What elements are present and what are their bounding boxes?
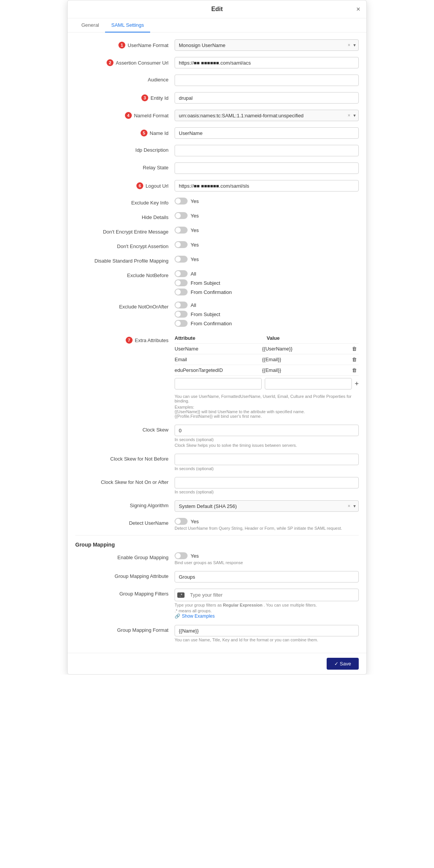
- name-id-row: 5 Name Id: [75, 124, 359, 142]
- idp-description-label: Idp Description: [75, 145, 175, 153]
- group-mapping-filters-row: Group Mapping Filters .* Type your group…: [75, 586, 359, 622]
- entity-id-label: 3 Entity Id: [75, 92, 175, 101]
- badge-6: 6: [136, 182, 143, 189]
- delete-attr-3-button[interactable]: 🗑: [350, 367, 359, 373]
- nameid-format-label: 4 NameId Format: [75, 110, 175, 119]
- group-mapping-format-input[interactable]: [175, 625, 359, 636]
- nameid-format-clear[interactable]: ×: [348, 113, 350, 118]
- exclude-key-info-toggle[interactable]: [175, 198, 188, 204]
- disable-standard-profile-label: Disable Standard Profile Mapping: [75, 256, 175, 264]
- signing-algorithm-select-wrap[interactable]: System Default (SHA 256) ×: [175, 500, 359, 512]
- group-mapping-attribute-input[interactable]: [175, 571, 359, 582]
- nameid-format-row: 4 NameId Format urn:oasis:names:tc:SAML:…: [75, 107, 359, 124]
- dont-encrypt-assertion-label: Don't Encrypt Assertion: [75, 241, 175, 249]
- nameid-format-select-wrap[interactable]: urn:oasis:names:tc:SAML:1.1:nameid-forma…: [175, 110, 359, 121]
- modal-footer: ✓ Save: [68, 653, 366, 674]
- signing-algorithm-clear[interactable]: ×: [348, 503, 350, 509]
- edit-modal: Edit × General SAML Settings 1 UserName …: [67, 0, 367, 675]
- clock-skew-not-on-or-after-input[interactable]: [175, 477, 359, 488]
- new-value-input[interactable]: [265, 378, 352, 389]
- signing-algorithm-select[interactable]: System Default (SHA 256): [175, 500, 359, 512]
- exclude-notonorafter-all-toggle[interactable]: [175, 302, 188, 308]
- enable-group-mapping-label: Enable Group Mapping: [75, 552, 175, 560]
- dont-encrypt-assertion-toggle[interactable]: [175, 241, 188, 248]
- idp-description-input[interactable]: [175, 145, 359, 156]
- exclude-notonorafter-label: Exclude NotOnOrAfter: [75, 302, 175, 310]
- detect-username-row: Detect UserName Yes Detect UserName from…: [75, 515, 359, 534]
- clock-skew-not-on-or-after-label: Clock Skew for Not On or After: [75, 477, 175, 485]
- badge-4: 4: [125, 112, 132, 119]
- clock-skew-not-before-row: Clock Skew for Not Before In seconds (op…: [75, 451, 359, 474]
- save-button[interactable]: ✓ Save: [327, 658, 359, 670]
- exclude-notonorafter-row: Exclude NotOnOrAfter All: [75, 299, 359, 330]
- tab-saml-settings[interactable]: SAML Settings: [105, 18, 150, 32]
- exclude-notbefore-fromsubject-toggle[interactable]: [175, 279, 188, 286]
- username-format-row: 1 UserName Format Monosign UserName ×: [75, 36, 359, 54]
- disable-standard-profile-toggle[interactable]: [175, 256, 188, 263]
- idp-description-row: Idp Description: [75, 142, 359, 159]
- badge-2: 2: [107, 59, 113, 66]
- hide-details-row: Hide Details Yes: [75, 209, 359, 224]
- exclude-notonorafter-fromconfirmation-toggle[interactable]: [175, 320, 188, 327]
- detect-username-toggle[interactable]: [175, 518, 188, 525]
- hide-details-toggle[interactable]: [175, 212, 188, 219]
- entity-id-input[interactable]: [175, 92, 359, 104]
- clock-skew-row: Clock Skew In seconds (optional) Clock S…: [75, 422, 359, 451]
- enable-group-mapping-row: Enable Group Mapping Yes Bind user group…: [75, 549, 359, 568]
- group-mapping-attribute-label: Group Mapping Attribute: [75, 571, 175, 579]
- close-button[interactable]: ×: [356, 6, 360, 13]
- extra-attributes-table: Attribute Value UserName {{UserName}} 🗑 …: [175, 333, 359, 392]
- dont-encrypt-entire-toggle[interactable]: [175, 227, 188, 234]
- clock-skew-label: Clock Skew: [75, 425, 175, 433]
- dont-encrypt-entire-row: Don't Encrypt Entire Message Yes: [75, 224, 359, 238]
- assertion-consumer-url-label: 2 Assertion Consumer Url: [75, 57, 175, 66]
- filter-tag: .*: [177, 592, 185, 598]
- detect-username-label: Detect UserName: [75, 518, 175, 526]
- audience-row: Audience: [75, 71, 359, 89]
- enable-group-mapping-toggle[interactable]: [175, 552, 188, 559]
- username-format-select[interactable]: Monosign UserName: [175, 39, 359, 51]
- delete-attr-1-button[interactable]: 🗑: [350, 346, 359, 352]
- group-mapping-filter-input[interactable]: [186, 590, 356, 600]
- exclude-notbefore-row: Exclude NotBefore All: [75, 267, 359, 299]
- tab-general[interactable]: General: [75, 18, 105, 32]
- username-format-select-wrap[interactable]: Monosign UserName ×: [175, 39, 359, 51]
- username-format-clear[interactable]: ×: [348, 42, 350, 48]
- group-mapping-attribute-row: Group Mapping Attribute: [75, 568, 359, 586]
- nameid-format-select[interactable]: urn:oasis:names:tc:SAML:1.1:nameid-forma…: [175, 110, 359, 121]
- badge-3: 3: [141, 94, 148, 101]
- exclude-notbefore-fromconfirmation-toggle[interactable]: [175, 289, 188, 295]
- relay-state-input[interactable]: [175, 162, 359, 174]
- new-attribute-input[interactable]: [175, 378, 262, 389]
- badge-1: 1: [118, 42, 125, 49]
- delete-attr-2-button[interactable]: 🗑: [350, 357, 359, 362]
- modal-header: Edit ×: [68, 0, 366, 18]
- name-id-input[interactable]: [175, 127, 359, 139]
- clock-skew-input[interactable]: [175, 425, 359, 436]
- link-icon: 🔗: [175, 613, 180, 619]
- add-attribute-button[interactable]: +: [355, 380, 359, 387]
- exclude-notbefore-group: All From Subject Fro: [175, 270, 359, 295]
- relay-state-row: Relay State: [75, 159, 359, 177]
- audience-input[interactable]: [175, 75, 359, 86]
- badge-7: 7: [126, 337, 133, 344]
- form-body: 1 UserName Format Monosign UserName × 2 …: [68, 32, 366, 653]
- clock-skew-not-before-input[interactable]: [175, 454, 359, 465]
- exclude-key-info-label: Exclude Key Info: [75, 198, 175, 206]
- extra-attr-row-3: eduPersonTargetedID {{Email}} 🗑: [175, 365, 359, 375]
- username-format-label: 1 UserName Format: [75, 39, 175, 49]
- show-examples-link[interactable]: 🔗 Show Examples: [175, 613, 215, 619]
- exclude-notbefore-all-toggle[interactable]: [175, 270, 188, 277]
- extra-attr-add-row: +: [175, 375, 359, 392]
- dont-encrypt-entire-label: Don't Encrypt Entire Message: [75, 227, 175, 235]
- assertion-consumer-url-input[interactable]: [175, 57, 359, 68]
- exclude-notonorafter-fromsubject-toggle[interactable]: [175, 311, 188, 318]
- logout-url-input[interactable]: [175, 180, 359, 191]
- clock-skew-not-before-label: Clock Skew for Not Before: [75, 454, 175, 462]
- group-mapping-section-title: Group Mapping: [75, 537, 359, 549]
- group-mapping-filters-label: Group Mapping Filters: [75, 589, 175, 597]
- modal-title: Edit: [211, 6, 223, 13]
- relay-state-label: Relay State: [75, 162, 175, 170]
- extra-attr-row-2: Email {{Email}} 🗑: [175, 354, 359, 365]
- tab-bar: General SAML Settings: [68, 18, 366, 32]
